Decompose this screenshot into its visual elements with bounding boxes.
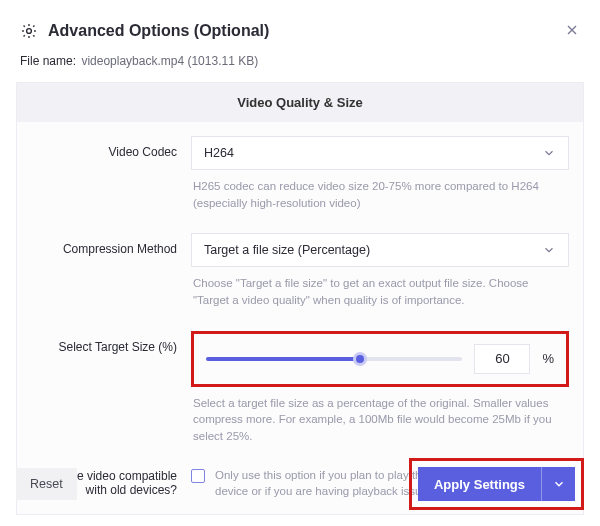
- panel-title: Video Quality & Size: [17, 83, 583, 122]
- video-codec-label: Video Codec: [31, 136, 191, 159]
- compression-method-label: Compression Method: [31, 233, 191, 256]
- target-size-unit: %: [542, 351, 554, 366]
- slider-thumb[interactable]: [353, 352, 367, 366]
- apply-settings-dropdown[interactable]: [541, 467, 575, 501]
- target-size-input[interactable]: 60: [474, 344, 530, 374]
- close-icon[interactable]: [564, 22, 580, 38]
- chevron-down-icon: [542, 146, 556, 160]
- apply-settings-button[interactable]: Apply Settings: [418, 467, 541, 501]
- compression-method-value: Target a file size (Percentage): [204, 243, 370, 257]
- video-codec-hint: H265 codec can reduce video size 20-75% …: [193, 178, 567, 211]
- video-codec-select[interactable]: H264: [191, 136, 569, 170]
- apply-highlight: Apply Settings: [409, 458, 584, 510]
- target-size-hint: Select a target file size as a percentag…: [193, 395, 567, 445]
- dialog-title: Advanced Options (Optional): [48, 22, 269, 40]
- file-name-line: File name: videoplayback.mp4 (1013.11 KB…: [0, 54, 600, 82]
- target-size-slider[interactable]: [206, 351, 462, 367]
- chevron-down-icon: [542, 243, 556, 257]
- file-name-label: File name:: [20, 54, 76, 68]
- file-name-value: videoplayback.mp4 (1013.11 KB): [81, 54, 258, 68]
- video-codec-value: H264: [204, 146, 234, 160]
- svg-point-0: [27, 29, 32, 34]
- quality-panel: Video Quality & Size Video Codec H264 H2…: [16, 82, 584, 515]
- compression-method-select[interactable]: Target a file size (Percentage): [191, 233, 569, 267]
- target-size-label: Select Target Size (%): [31, 331, 191, 354]
- target-size-control: 60 %: [191, 331, 569, 387]
- compression-method-hint: Choose "Target a file size" to get an ex…: [193, 275, 567, 308]
- gear-icon: [20, 22, 38, 40]
- reset-button[interactable]: Reset: [16, 468, 77, 500]
